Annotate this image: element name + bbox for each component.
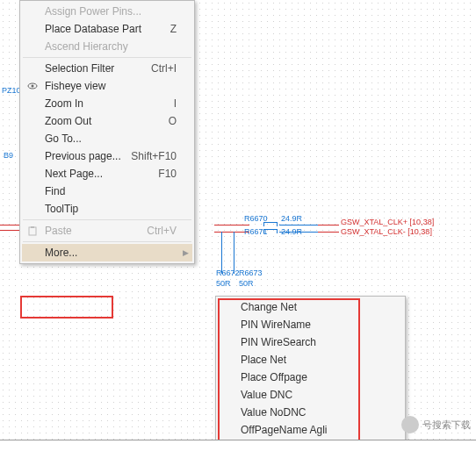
menu-item-label: Go To... <box>45 132 177 145</box>
menu-item-label: Selection Filter <box>45 62 151 75</box>
menu-item-label: Place Net <box>241 354 387 366</box>
menu-item-accel: O <box>169 115 177 127</box>
menu-item-label: Zoom Out <box>45 115 169 127</box>
menu-item-accel: F10 <box>158 168 177 180</box>
menu-separator <box>23 241 191 242</box>
context-menu-item-16[interactable]: More...▶ <box>22 244 192 261</box>
context-menu-item-12[interactable]: ToolTip <box>22 200 192 218</box>
wire <box>221 232 222 274</box>
menu-item-accel: Ctrl+I <box>151 62 177 75</box>
context-menu-item-1[interactable]: Place Database PartZ <box>22 20 192 38</box>
submenu-item-3[interactable]: Place Net <box>218 351 403 369</box>
menu-item-label: ToolTip <box>45 203 177 215</box>
menu-item-label: OffPageName Agli <box>241 424 387 436</box>
submenu-item-6[interactable]: Value NoDNC <box>218 404 403 421</box>
net-label-1: GSW_XTAL_CLK+ [10,38] <box>341 218 434 226</box>
watermark-icon <box>401 416 419 433</box>
menu-item-label: Place Offpage <box>241 371 387 383</box>
watermark: 号搜索下载 <box>401 416 471 433</box>
label-val249a: 24.9R <box>281 214 302 223</box>
eye-icon <box>25 79 40 93</box>
svg-point-1 <box>32 85 34 88</box>
label-b9: B9 <box>4 151 13 160</box>
ruler <box>0 440 476 451</box>
paste-icon <box>25 224 40 238</box>
menu-item-label: Zoom In <box>45 97 174 110</box>
menu-separator <box>23 57 191 58</box>
menu-item-label: Place Database Part <box>45 23 170 35</box>
label-r6673: R6673 <box>239 268 263 277</box>
menu-separator <box>23 219 191 220</box>
wire <box>0 225 19 226</box>
wire <box>279 232 318 233</box>
watermark-text: 号搜索下载 <box>422 419 471 432</box>
submenu-item-0[interactable]: Change Net <box>218 298 403 316</box>
menu-item-label: Change Net <box>241 301 387 313</box>
wire <box>234 232 234 274</box>
menu-item-label: Paste <box>45 225 147 237</box>
wire <box>214 225 249 226</box>
context-menu-item-14: PasteCtrl+V <box>22 222 192 240</box>
context-menu-item-10[interactable]: Next Page...F10 <box>22 165 192 183</box>
svg-rect-3 <box>31 226 34 228</box>
label-r6672: R6672 <box>216 268 240 277</box>
menu-item-accel: Z <box>170 23 177 35</box>
context-menu: Assign Power Pins...Place Database PartZ… <box>19 0 195 264</box>
menu-item-label: Value DNC <box>241 389 387 401</box>
net-label-2: GSW_XTAL_CLK- [10,38] <box>341 227 432 236</box>
context-menu-item-2: Ascend Hierarchy <box>22 38 192 55</box>
menu-item-label: PIN WireSearch <box>241 336 387 348</box>
context-menu-item-6[interactable]: Zoom InI <box>22 95 192 112</box>
submenu-item-1[interactable]: PIN WireName <box>218 316 403 333</box>
wire <box>318 232 339 233</box>
menu-item-label: Find <box>45 185 177 197</box>
context-menu-item-4[interactable]: Selection FilterCtrl+I <box>22 60 192 77</box>
menu-item-label: Next Page... <box>45 168 158 180</box>
submenu-item-5[interactable]: Value DNC <box>218 386 403 404</box>
wire <box>318 225 339 226</box>
label-val50b: 50R <box>239 279 254 288</box>
label-val50a: 50R <box>216 279 231 288</box>
menu-item-accel: I <box>174 97 177 110</box>
menu-item-accel: Ctrl+V <box>147 225 177 237</box>
menu-item-label: Fisheye view <box>45 80 177 92</box>
submenu-item-7[interactable]: OffPageName Agli <box>218 421 403 439</box>
menu-item-label: Assign Power Pins... <box>45 5 177 18</box>
menu-item-label: PIN WireName <box>241 319 387 331</box>
svg-rect-2 <box>29 227 36 235</box>
context-menu-item-0: Assign Power Pins... <box>22 3 192 20</box>
menu-item-label: Value NoDNC <box>241 406 387 419</box>
context-menu-item-9[interactable]: Previous page...Shift+F10 <box>22 147 192 165</box>
submenu-item-2[interactable]: PIN WireSearch <box>218 333 403 351</box>
context-menu-item-5[interactable]: Fisheye view <box>22 77 192 95</box>
context-menu-item-11[interactable]: Find <box>22 183 192 200</box>
wire <box>0 230 19 231</box>
menu-item-label: Previous page... <box>45 150 131 162</box>
menu-item-accel: Shift+F10 <box>131 150 177 162</box>
label-r6670: R6670 <box>244 214 268 223</box>
submenu-item-4[interactable]: Place Offpage <box>218 369 403 386</box>
submenu-more: Change NetPIN WireNamePIN WireSearchPlac… <box>215 296 406 451</box>
menu-item-label: Ascend Hierarchy <box>45 40 177 53</box>
label-r6671: R6671 <box>244 227 268 236</box>
submenu-arrow-icon: ▶ <box>183 248 189 257</box>
menu-item-label: More... <box>45 247 177 259</box>
context-menu-item-7[interactable]: Zoom OutO <box>22 112 192 130</box>
context-menu-item-8[interactable]: Go To... <box>22 130 192 147</box>
wire <box>279 225 318 226</box>
